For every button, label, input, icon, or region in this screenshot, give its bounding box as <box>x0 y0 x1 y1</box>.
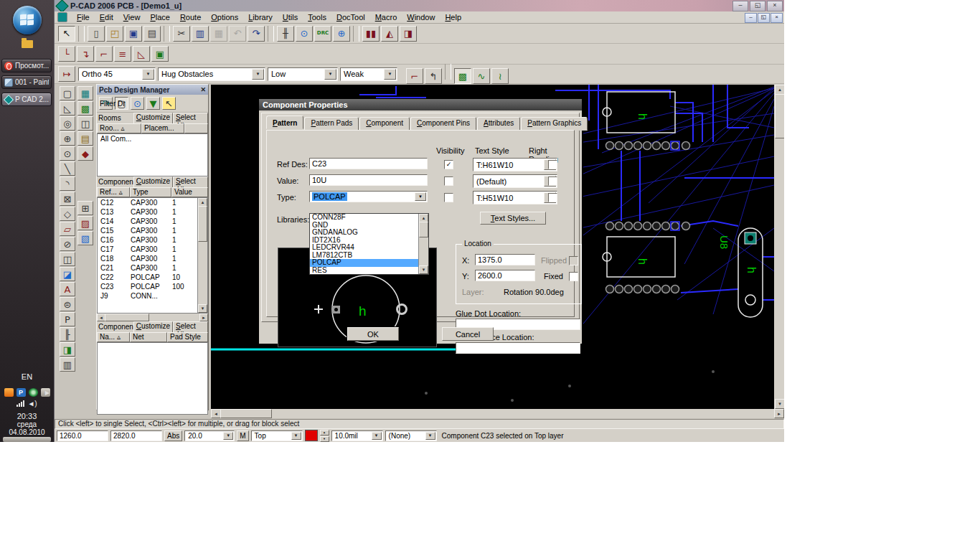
v-arc-button[interactable]: ◝ <box>60 176 75 191</box>
components-col-ref[interactable]: Ref... ▵ <box>97 187 130 197</box>
menu-place[interactable]: Place <box>145 12 175 22</box>
ref-right-reading-checkbox[interactable] <box>548 160 557 169</box>
x-field[interactable]: 1375.0 <box>475 254 535 265</box>
rooms-select-all-button[interactable]: Select All <box>173 113 208 124</box>
select-tool-button[interactable]: ↖ <box>58 26 75 42</box>
x-coordinate-field[interactable]: 1260.0 <box>57 430 108 441</box>
panel-title-bar[interactable]: Pcb Design Manager ✕ <box>97 85 208 95</box>
record-2-button[interactable]: ◭ <box>381 26 398 42</box>
strength-mode-combo[interactable]: Weak ▼ <box>340 67 397 81</box>
menu-file[interactable]: File <box>72 12 95 22</box>
fixed-checkbox[interactable] <box>569 272 578 281</box>
menu-macro[interactable]: Macro <box>370 12 402 22</box>
save-file-button[interactable]: ▣ <box>125 26 142 42</box>
menu-doctool[interactable]: DocTool <box>331 12 370 22</box>
tab-component-pins[interactable]: Component Pins <box>410 117 476 131</box>
type-combo[interactable]: POLCAP ▼ <box>309 191 428 202</box>
menu-window[interactable]: Window <box>402 12 440 22</box>
close-button[interactable]: × <box>767 1 783 11</box>
v-diamond-button[interactable]: ◇ <box>60 207 75 221</box>
v2-half-button[interactable]: ◫ <box>77 116 93 131</box>
rooms-col-placement[interactable]: Placem... <box>141 123 184 133</box>
copy-button[interactable]: ▥ <box>192 26 209 42</box>
menu-route[interactable]: Route <box>175 12 206 22</box>
components-col-value[interactable]: Value <box>171 187 208 197</box>
ref-des-field[interactable]: C23 <box>309 158 428 169</box>
spinner-down-icon[interactable]: ▼ <box>320 436 329 442</box>
scroll-thumb[interactable] <box>775 94 784 138</box>
menu-view[interactable]: View <box>118 12 146 22</box>
chevron-down-icon[interactable]: ▼ <box>252 69 264 80</box>
volume-icon[interactable]: ◄) <box>27 400 37 408</box>
scroll-thumb[interactable] <box>198 206 207 242</box>
route-miter-button[interactable]: ⌐ <box>95 46 113 62</box>
record-1-button[interactable]: ▮▮ <box>362 26 380 42</box>
type-right-reading-checkbox[interactable] <box>548 193 557 202</box>
component-row[interactable]: C18CAP3001 <box>98 254 207 263</box>
v-delete-button[interactable]: ⊠ <box>60 192 75 206</box>
text-styles-button[interactable]: Text Styles... <box>480 212 546 225</box>
chevron-down-icon[interactable]: ▼ <box>372 432 382 440</box>
panel-close-icon[interactable]: ✕ <box>200 86 206 93</box>
v2-board-button[interactable]: ▩ <box>77 101 93 116</box>
ref-text-style-combo[interactable]: T:H61W10 ▼ <box>473 158 557 171</box>
v2-diamond-button[interactable]: ◆ <box>77 146 93 161</box>
v2-plus-button[interactable]: ⊞ <box>77 201 93 215</box>
chevron-down-icon[interactable]: ▼ <box>291 432 301 440</box>
print-button[interactable]: ▤ <box>143 26 161 42</box>
chevron-down-icon[interactable]: ▼ <box>384 69 396 80</box>
zoom-window-button[interactable]: ⊙ <box>296 26 313 42</box>
scroll-thumb[interactable] <box>105 314 149 321</box>
menu-tools[interactable]: Tools <box>303 12 331 22</box>
metric-button[interactable]: M <box>237 430 248 441</box>
corner-style-button[interactable]: ↰ <box>425 68 442 84</box>
v2-hatch-button[interactable]: ▨ <box>77 216 93 230</box>
autoroute-button[interactable]: ▣ <box>151 46 169 62</box>
type-option-polcap[interactable]: POLCAP <box>310 259 428 267</box>
route-mode-button[interactable]: ↦ <box>58 66 75 82</box>
v-dimension-button[interactable]: ╟ <box>60 327 75 342</box>
network-icon[interactable] <box>17 400 24 407</box>
components-select-all-button[interactable]: Select All <box>173 176 208 188</box>
tab-pattern-graphics[interactable]: Pattern Graphics <box>521 117 588 131</box>
component-row[interactable]: C23POLCAP100 <box>98 282 207 291</box>
tab-attributes[interactable]: Attributes <box>477 117 520 131</box>
paste-button[interactable]: ▦ <box>210 26 227 42</box>
trace-style-2-button[interactable]: ≀ <box>491 68 509 84</box>
rooms-row[interactable]: All Com... <box>98 134 207 143</box>
v-pad-button[interactable]: ⊜ <box>60 297 75 311</box>
components-scrollbar[interactable]: ▲ ▼ <box>197 198 207 313</box>
drc-button[interactable]: DRC <box>314 26 331 42</box>
components-col-type[interactable]: Type <box>130 187 171 197</box>
scroll-right-icon[interactable]: ► <box>199 314 208 321</box>
component-row[interactable]: C14CAP3001 <box>98 217 207 226</box>
chevron-down-icon[interactable]: ▼ <box>142 69 154 80</box>
v2-hatch2-button[interactable]: ▧ <box>77 231 93 245</box>
component-row[interactable]: C13CAP3001 <box>98 207 207 217</box>
scroll-down-icon[interactable]: ▼ <box>419 265 428 274</box>
canvas-hscrollbar[interactable]: ◄ ► <box>211 409 784 418</box>
dropdown-scrollbar[interactable]: ▲ ▼ <box>418 214 428 274</box>
tray-green-icon[interactable] <box>29 388 38 397</box>
redo-button[interactable]: ↷ <box>248 26 265 42</box>
pads-list[interactable] <box>97 342 208 415</box>
component-row[interactable]: J9CONN... <box>98 291 207 301</box>
value-visibility-checkbox[interactable] <box>444 176 453 186</box>
v-zoom-button[interactable]: ⊙ <box>60 146 75 161</box>
scroll-left-icon[interactable]: ◄ <box>211 409 221 418</box>
chevron-down-icon[interactable]: ▼ <box>425 432 435 440</box>
chevron-down-icon[interactable]: ▼ <box>324 69 336 80</box>
v-circle-button[interactable]: ◎ <box>60 116 75 131</box>
scroll-up-icon[interactable]: ▲ <box>775 85 784 95</box>
route-fanout-button[interactable]: ◺ <box>133 46 150 62</box>
value-right-reading-checkbox[interactable] <box>548 176 557 186</box>
open-file-button[interactable]: ◰ <box>106 26 123 42</box>
document-icon[interactable] <box>57 12 67 22</box>
mdi-minimize-button[interactable]: – <box>745 13 757 23</box>
folder-icon[interactable] <box>22 40 33 48</box>
value-field[interactable]: 10U <box>309 174 428 186</box>
route-manual-button[interactable]: └ <box>58 46 75 62</box>
title-bar[interactable]: P-CAD 2006 PCB - [Demo1_u] – ◱ × <box>55 0 784 11</box>
tab-pattern-pads[interactable]: Pattern Pads <box>304 117 359 131</box>
v-glue-button[interactable]: ◨ <box>60 342 75 357</box>
